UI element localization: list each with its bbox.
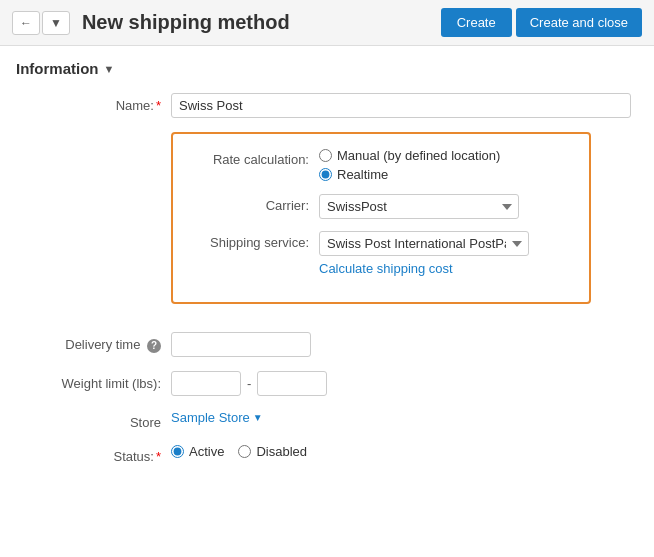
- status-active-radio[interactable]: [171, 445, 184, 458]
- back-button[interactable]: ←: [12, 11, 40, 35]
- service-control: Swiss Post International PostPa Swiss Po…: [319, 231, 573, 276]
- page-title: New shipping method: [82, 11, 435, 34]
- section-information: Information ▼: [16, 60, 638, 77]
- delivery-info-icon: ?: [147, 339, 161, 353]
- service-select[interactable]: Swiss Post International PostPa Swiss Po…: [319, 231, 529, 256]
- status-disabled-option[interactable]: Disabled: [238, 444, 307, 459]
- delivery-control: [171, 332, 638, 357]
- status-row: Status:* Active Disabled: [16, 444, 638, 464]
- rate-realtime-radio[interactable]: [319, 168, 332, 181]
- rate-calculation-box: Rate calculation: Manual (by defined loc…: [171, 132, 591, 304]
- rate-box-control: Rate calculation: Manual (by defined loc…: [171, 132, 638, 318]
- status-disabled-label: Disabled: [256, 444, 307, 459]
- dropdown-nav-button[interactable]: ▼: [42, 11, 70, 35]
- rate-calc-label: Rate calculation:: [189, 148, 319, 167]
- name-input[interactable]: [171, 93, 631, 118]
- page-header: ← ▼ New shipping method Create Create an…: [0, 0, 654, 46]
- carrier-control: SwissPost UPS FedEx DHL: [319, 194, 573, 219]
- store-label: Store: [16, 410, 171, 430]
- status-disabled-radio[interactable]: [238, 445, 251, 458]
- navigation-buttons: ← ▼: [12, 11, 70, 35]
- service-row: Shipping service: Swiss Post Internation…: [189, 231, 573, 276]
- name-control: [171, 93, 638, 118]
- weight-label: Weight limit (lbs):: [16, 371, 171, 391]
- status-control: Active Disabled: [171, 444, 638, 459]
- create-and-close-button[interactable]: Create and close: [516, 8, 642, 37]
- status-active-label: Active: [189, 444, 224, 459]
- section-heading-label: Information: [16, 60, 99, 77]
- rate-manual-option[interactable]: Manual (by defined location): [319, 148, 573, 163]
- create-button[interactable]: Create: [441, 8, 512, 37]
- rate-calc-control: Manual (by defined location) Realtime: [319, 148, 573, 182]
- status-radio-group: Active Disabled: [171, 444, 638, 459]
- weight-dash: -: [247, 376, 251, 391]
- delivery-label-text: Delivery time: [65, 337, 140, 352]
- rate-manual-label: Manual (by defined location): [337, 148, 500, 163]
- rate-calc-radio-group: Manual (by defined location) Realtime: [319, 148, 573, 182]
- delivery-row: Delivery time ?: [16, 332, 638, 357]
- rate-spacer: [16, 132, 171, 137]
- rate-realtime-option[interactable]: Realtime: [319, 167, 573, 182]
- section-toggle-icon[interactable]: ▼: [104, 63, 115, 75]
- carrier-row: Carrier: SwissPost UPS FedEx DHL: [189, 194, 573, 219]
- rate-manual-radio[interactable]: [319, 149, 332, 162]
- store-control: Sample Store ▼: [171, 410, 638, 425]
- weight-max-input[interactable]: [257, 371, 327, 396]
- rate-realtime-label: Realtime: [337, 167, 388, 182]
- name-label: Name:*: [16, 93, 171, 113]
- status-label: Status:*: [16, 444, 171, 464]
- weight-min-input[interactable]: [171, 371, 241, 396]
- weight-control: -: [171, 371, 638, 396]
- page-content: Information ▼ Name:* Rate calculation:: [0, 46, 654, 492]
- store-dropdown-icon: ▼: [253, 412, 263, 423]
- carrier-label: Carrier:: [189, 194, 319, 213]
- weight-row: Weight limit (lbs): -: [16, 371, 638, 396]
- calculate-shipping-cost-link[interactable]: Calculate shipping cost: [319, 261, 573, 276]
- weight-group: -: [171, 371, 638, 396]
- delivery-label: Delivery time ?: [16, 332, 171, 353]
- store-row: Store Sample Store ▼: [16, 410, 638, 430]
- service-label: Shipping service:: [189, 231, 319, 250]
- status-active-option[interactable]: Active: [171, 444, 224, 459]
- rate-calc-row: Rate calculation: Manual (by defined loc…: [189, 148, 573, 182]
- delivery-input[interactable]: [171, 332, 311, 357]
- store-value: Sample Store: [171, 410, 250, 425]
- store-selector-link[interactable]: Sample Store ▼: [171, 410, 638, 425]
- rate-box-row: Rate calculation: Manual (by defined loc…: [16, 132, 638, 318]
- name-row: Name:*: [16, 93, 638, 118]
- carrier-select[interactable]: SwissPost UPS FedEx DHL: [319, 194, 519, 219]
